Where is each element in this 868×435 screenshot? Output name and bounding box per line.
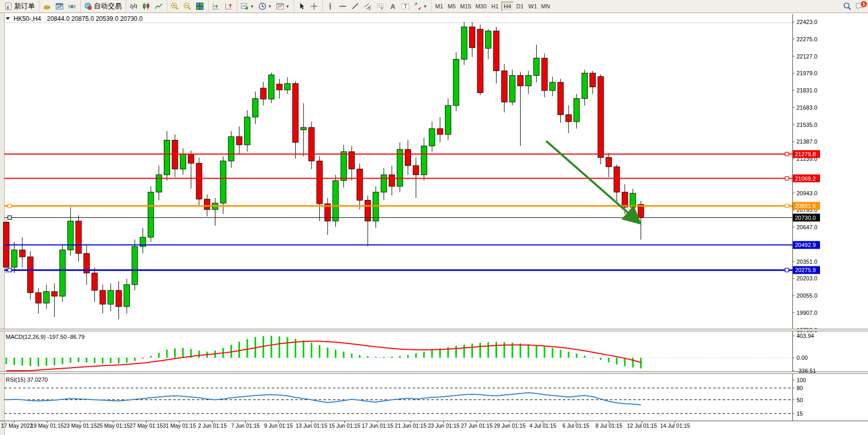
trend-line-button[interactable] [349, 1, 361, 11]
bear-candle[interactable] [172, 140, 178, 169]
chat-button[interactable]: 1 [853, 1, 866, 11]
horizontal-line-button[interactable] [336, 1, 349, 11]
bear-candle[interactable] [28, 257, 33, 293]
bear-candle[interactable] [293, 84, 298, 143]
bull-candle[interactable] [486, 31, 491, 48]
line-handle[interactable] [785, 152, 789, 156]
bear-candle[interactable] [204, 199, 210, 209]
bull-candle[interactable] [510, 75, 515, 102]
bear-candle[interactable] [357, 169, 363, 201]
auto-trading-globe-button[interactable]: 自动交易 [82, 1, 124, 11]
zoom-out-button[interactable] [181, 1, 194, 11]
bull-candle[interactable] [534, 58, 539, 75]
bear-candle[interactable] [614, 167, 620, 192]
bear-candle[interactable] [606, 158, 612, 167]
chevron-down-icon[interactable]: ▼ [268, 4, 272, 9]
bull-candle[interactable] [333, 181, 339, 221]
bull-candle[interactable] [245, 117, 250, 145]
bull-candle[interactable] [228, 137, 234, 161]
bull-candle[interactable] [148, 192, 154, 237]
bar-chart-button[interactable] [127, 1, 140, 11]
bull-candle[interactable] [574, 99, 580, 122]
timeframe-m1[interactable]: M1 [433, 2, 445, 11]
bull-candle[interactable] [164, 140, 170, 174]
line-handle[interactable] [785, 204, 789, 208]
bull-candle[interactable] [526, 75, 532, 86]
bear-candle[interactable] [493, 31, 499, 70]
bear-candle[interactable] [501, 71, 507, 102]
bear-candle[interactable] [365, 200, 371, 221]
bear-candle[interactable] [116, 290, 122, 307]
bear-candle[interactable] [598, 77, 604, 158]
bull-candle[interactable] [445, 105, 451, 134]
timeframe-m30[interactable]: M30 [473, 2, 488, 11]
bull-candle[interactable] [180, 154, 186, 169]
bull-candle[interactable] [156, 175, 162, 192]
bull-candle[interactable] [300, 127, 306, 130]
bull-candle[interactable] [68, 221, 74, 250]
crosshair-button[interactable] [308, 1, 320, 11]
bull-candle[interactable] [381, 175, 387, 192]
chevron-down-icon[interactable]: ▼ [285, 4, 290, 9]
auto-scroll-button[interactable] [210, 1, 222, 11]
bull-candle[interactable] [461, 27, 467, 60]
bull-candle[interactable] [397, 149, 403, 186]
bear-candle[interactable] [196, 163, 202, 199]
bear-candle[interactable] [405, 149, 411, 166]
timeframe-h1[interactable]: H1 [489, 2, 501, 11]
line-handle[interactable] [8, 268, 11, 272]
bear-candle[interactable] [517, 75, 523, 86]
line-handle[interactable] [8, 216, 11, 219]
line-handle[interactable] [8, 204, 11, 208]
text-button[interactable]: A [387, 1, 399, 11]
chevron-down-icon[interactable]: ▼ [423, 4, 427, 9]
bull-candle[interactable] [453, 59, 459, 105]
bear-candle[interactable] [260, 88, 266, 99]
periods-clock-button[interactable]: ▼ [256, 1, 274, 11]
bull-candle[interactable] [252, 99, 258, 117]
bull-candle[interactable] [341, 152, 346, 181]
bear-candle[interactable] [558, 83, 563, 115]
bear-candle[interactable] [76, 221, 81, 253]
bear-candle[interactable] [236, 137, 242, 145]
candle-chart-button[interactable] [140, 1, 152, 11]
line-handle[interactable] [785, 177, 789, 180]
bull-candle[interactable] [59, 250, 65, 297]
bear-candle[interactable] [590, 73, 596, 87]
timeframe-h4[interactable]: H4 [501, 2, 514, 11]
equidistant-channel-button[interactable]: E [361, 1, 374, 11]
chart-shift-button[interactable] [222, 1, 235, 11]
bear-candle[interactable] [19, 250, 25, 257]
bear-candle[interactable] [389, 175, 395, 186]
line-chart-button[interactable] [152, 1, 165, 11]
bear-candle[interactable] [52, 291, 57, 296]
bear-candle[interactable] [469, 27, 475, 48]
bull-candle[interactable] [269, 75, 274, 99]
add-indicator-button[interactable]: ▼ [238, 1, 256, 11]
timeframe-mn[interactable]: MN [539, 2, 552, 11]
bear-candle[interactable] [100, 290, 105, 304]
templates-button[interactable]: ▼ [274, 1, 292, 11]
zoom-in-button[interactable] [168, 1, 181, 11]
bull-candle[interactable] [550, 83, 556, 90]
bull-candle[interactable] [285, 84, 291, 90]
data-window-button[interactable] [53, 1, 66, 11]
bear-candle[interactable] [317, 161, 322, 204]
bear-candle[interactable] [566, 115, 572, 122]
signal-ring-button[interactable] [66, 1, 78, 11]
chart-canvas[interactable]: 22423.022275.022127.021979.021831.021683… [0, 13, 868, 435]
bear-candle[interactable] [413, 166, 419, 175]
bull-candle[interactable] [132, 246, 138, 285]
timeframe-m15[interactable]: M15 [458, 2, 473, 11]
tile-windows-button[interactable] [194, 1, 206, 11]
bear-candle[interactable] [622, 192, 628, 207]
bear-candle[interactable] [309, 127, 315, 161]
search-button[interactable] [841, 1, 853, 11]
cursor-button[interactable] [295, 1, 308, 11]
bear-candle[interactable] [541, 58, 547, 90]
timeframe-w1[interactable]: W1 [526, 2, 539, 11]
bull-candle[interactable] [108, 290, 114, 304]
new-order-button[interactable]: 新订单 [2, 1, 37, 11]
bull-candle[interactable] [11, 250, 17, 267]
bull-candle[interactable] [582, 73, 587, 99]
